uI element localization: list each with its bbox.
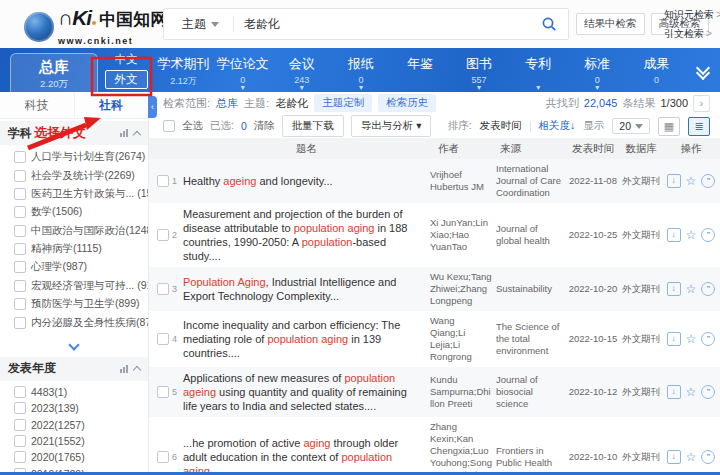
result-source[interactable]: Sustainability xyxy=(496,283,566,295)
batch-download-button[interactable]: 批量下载 xyxy=(282,115,344,137)
lang-tab-chinese[interactable]: 中文 xyxy=(115,52,138,67)
select-all-checkbox[interactable] xyxy=(163,120,175,132)
filter-item[interactable]: 社会学及统计学(2269) xyxy=(0,166,148,184)
sidebar-collapse-handle[interactable]: ‹ xyxy=(148,96,157,118)
cite-icon[interactable]: ” xyxy=(701,174,715,188)
checkbox[interactable] xyxy=(14,402,26,414)
row-checkbox[interactable] xyxy=(157,283,169,295)
download-icon[interactable]: ↓ xyxy=(667,174,681,188)
filter-item[interactable]: 2023(139) xyxy=(0,400,148,416)
filter-item[interactable]: 4483(1) xyxy=(0,384,148,400)
result-database[interactable]: 外文期刊 xyxy=(620,386,662,398)
search-field-selector[interactable]: 主题 xyxy=(164,16,233,33)
favorite-icon[interactable]: ☆ xyxy=(686,283,697,295)
result-title-link[interactable]: Measurement and projection of the burden… xyxy=(183,207,430,263)
checkbox[interactable] xyxy=(14,317,26,329)
result-title-link[interactable]: Healthy ageing and longevity... xyxy=(183,174,430,188)
cite-icon[interactable]: ” xyxy=(701,450,715,464)
expand-more-button[interactable] xyxy=(0,334,148,355)
checkbox[interactable] xyxy=(14,419,26,431)
favorite-icon[interactable]: ☆ xyxy=(686,451,697,463)
favorite-icon[interactable]: ☆ xyxy=(686,386,697,398)
next-page-button[interactable]: › xyxy=(693,95,710,112)
result-authors[interactable]: Wu Kexu;Tang Zhiwei;Zhang Longpeng xyxy=(430,271,496,307)
result-title-link[interactable]: Income inequality and carbon efficiency:… xyxy=(183,318,430,360)
search-history-button[interactable]: 检索历史 xyxy=(378,94,436,112)
topic-subscribe-button[interactable]: 主题定制 xyxy=(314,94,372,112)
filter-item[interactable]: 数学(1506) xyxy=(0,203,148,221)
result-source[interactable]: International Journal of Care Coordinati… xyxy=(496,163,566,199)
nav-tab-total[interactable]: 总库 2.20万 xyxy=(10,53,98,92)
sidebar-tab-science[interactable]: 科技 xyxy=(0,92,74,118)
result-authors[interactable]: Xi JunYan;Lin Xiao;Hao YuanTao xyxy=(430,217,496,253)
favorite-icon[interactable]: ☆ xyxy=(686,229,697,241)
clear-button[interactable]: 清除 xyxy=(254,119,275,133)
cite-icon[interactable]: ” xyxy=(701,228,715,242)
filter-item[interactable]: 中国政治与国际政治(1248) xyxy=(0,222,148,240)
checkbox[interactable] xyxy=(14,280,26,292)
citation-search-link[interactable]: 引文检索> xyxy=(664,27,720,41)
nav-tab-3[interactable]: 会议243▾ xyxy=(272,48,331,92)
result-source[interactable]: The Science of the total environment xyxy=(496,321,566,357)
nav-tab-6[interactable]: 图书557▾ xyxy=(450,48,509,92)
checkbox[interactable] xyxy=(14,261,26,273)
result-authors[interactable]: Vrijhoef Hubertus JM xyxy=(430,169,496,193)
download-icon[interactable]: ↓ xyxy=(667,282,681,296)
result-authors[interactable]: Kundu Sampurna;Dhillon Preeti xyxy=(430,374,496,410)
checkbox[interactable] xyxy=(14,386,26,398)
nav-tab-2[interactable]: 学位论文0▾ xyxy=(213,48,272,92)
filter-item[interactable]: 人口学与计划生育(2674) xyxy=(0,148,148,166)
list-view-button[interactable]: ≣ xyxy=(688,117,710,136)
collapse-section-icon[interactable] xyxy=(133,130,141,138)
checkbox[interactable] xyxy=(14,151,26,163)
result-authors[interactable]: Wang Qiang;Li Lejia;Li Rongrong xyxy=(430,315,496,363)
sort-by-relevance-button[interactable]: 相关度↓ xyxy=(539,119,576,133)
sort-bars-icon[interactable] xyxy=(120,129,128,137)
nav-tab-1[interactable]: 学术期刊2.12万 xyxy=(154,48,213,92)
result-database[interactable]: 外文期刊 xyxy=(620,175,662,187)
checkbox[interactable] xyxy=(14,435,26,447)
filter-item[interactable]: 2020(1765) xyxy=(0,449,148,465)
result-database[interactable]: 外文期刊 xyxy=(620,451,662,463)
filter-item[interactable]: 心理学(987) xyxy=(0,258,148,276)
sidebar-tab-social[interactable]: 社科 xyxy=(74,92,149,118)
result-title-link[interactable]: ...he promotion of active aging through … xyxy=(183,436,430,472)
result-source[interactable]: Journal of global health xyxy=(496,223,566,247)
filter-item[interactable]: 宏观经济管理与可持... (914) xyxy=(0,277,148,295)
favorite-icon[interactable]: ☆ xyxy=(686,175,697,187)
row-checkbox[interactable] xyxy=(157,386,169,398)
download-icon[interactable]: ↓ xyxy=(667,332,681,346)
scope-value-link[interactable]: 总库 xyxy=(216,96,238,111)
filter-item[interactable]: 预防医学与卫生学(899) xyxy=(0,295,148,313)
download-icon[interactable]: ↓ xyxy=(667,385,681,399)
filter-item[interactable]: 医药卫生方针政策与... (1587) xyxy=(0,185,148,203)
nav-tab-4[interactable]: 报纸0▾ xyxy=(331,48,390,92)
checkbox[interactable] xyxy=(14,188,26,200)
result-database[interactable]: 外文期刊 xyxy=(620,333,662,345)
favorite-icon[interactable]: ☆ xyxy=(686,333,697,345)
nav-tab-7[interactable]: 专利▾ xyxy=(509,48,568,92)
filter-item[interactable]: 精神病学(1115) xyxy=(0,240,148,258)
row-checkbox[interactable] xyxy=(157,333,169,345)
nav-tab-8[interactable]: 标准0▾ xyxy=(568,48,627,92)
sort-by-date-button[interactable]: 发表时间 xyxy=(480,119,522,133)
grid-view-button[interactable]: ▦ xyxy=(658,117,680,136)
sort-bars-icon[interactable] xyxy=(120,365,128,373)
row-checkbox[interactable] xyxy=(157,451,169,463)
lang-tab-foreign[interactable]: 外文 xyxy=(105,70,148,89)
result-database[interactable]: 外文期刊 xyxy=(620,283,662,295)
cite-icon[interactable]: ” xyxy=(701,385,715,399)
filter-item[interactable]: 内分泌腺及全身性疾病(870) xyxy=(0,313,148,331)
checkbox[interactable] xyxy=(14,451,26,463)
filter-item[interactable]: 2021(1552) xyxy=(0,433,148,449)
display-count-select[interactable]: 20 xyxy=(612,118,650,134)
row-checkbox[interactable] xyxy=(157,175,169,187)
checkbox[interactable] xyxy=(14,298,26,310)
collapse-section-icon[interactable] xyxy=(133,366,141,374)
checkbox[interactable] xyxy=(14,170,26,182)
export-analyze-button[interactable]: 导出与分析 ▾ xyxy=(351,115,432,137)
checkbox[interactable] xyxy=(14,225,26,237)
download-icon[interactable]: ↓ xyxy=(667,450,681,464)
row-checkbox[interactable] xyxy=(157,229,169,241)
result-database[interactable]: 外文期刊 xyxy=(620,229,662,241)
